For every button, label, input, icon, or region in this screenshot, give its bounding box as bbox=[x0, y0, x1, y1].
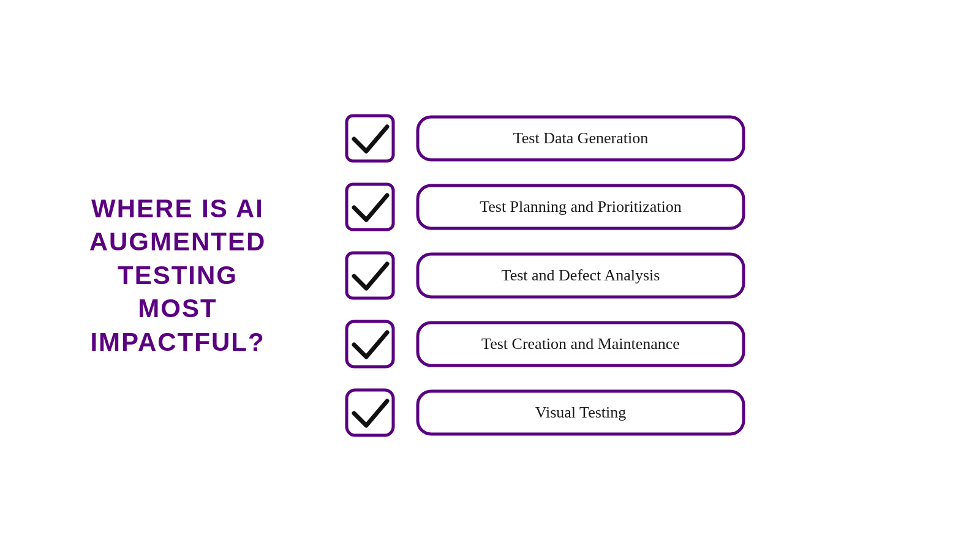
left-section: WHERE IS AI AUGMENTED TESTING MOST IMPAC… bbox=[49, 180, 306, 372]
label-box-5: Visual Testing bbox=[415, 388, 746, 438]
list-item: Test Data Generation bbox=[343, 111, 931, 166]
label-box-4: Test Creation and Maintenance bbox=[415, 319, 746, 369]
main-heading: WHERE IS AI AUGMENTED TESTING MOST IMPAC… bbox=[61, 192, 294, 359]
label-box-1: Test Data Generation bbox=[415, 113, 746, 163]
checklist: Test Data Generation Test Planning and P… bbox=[306, 111, 931, 440]
checkbox-4 bbox=[343, 317, 398, 372]
checkbox-3 bbox=[343, 248, 398, 303]
checkbox-1 bbox=[343, 111, 398, 166]
list-item: Visual Testing bbox=[343, 385, 931, 440]
label-text-1: Test Data Generation bbox=[513, 129, 649, 148]
list-item: Test Planning and Prioritization bbox=[343, 179, 931, 234]
page-container: WHERE IS AI AUGMENTED TESTING MOST IMPAC… bbox=[0, 0, 980, 551]
label-text-2: Test Planning and Prioritization bbox=[480, 198, 682, 216]
label-text-5: Visual Testing bbox=[535, 403, 627, 422]
list-item: Test and Defect Analysis bbox=[343, 248, 931, 303]
list-item: Test Creation and Maintenance bbox=[343, 317, 931, 372]
label-text-3: Test and Defect Analysis bbox=[502, 266, 660, 285]
checkbox-2 bbox=[343, 179, 398, 234]
label-box-2: Test Planning and Prioritization bbox=[415, 182, 746, 232]
label-box-3: Test and Defect Analysis bbox=[415, 250, 746, 301]
label-text-4: Test Creation and Maintenance bbox=[481, 335, 680, 353]
checkbox-5 bbox=[343, 385, 398, 440]
